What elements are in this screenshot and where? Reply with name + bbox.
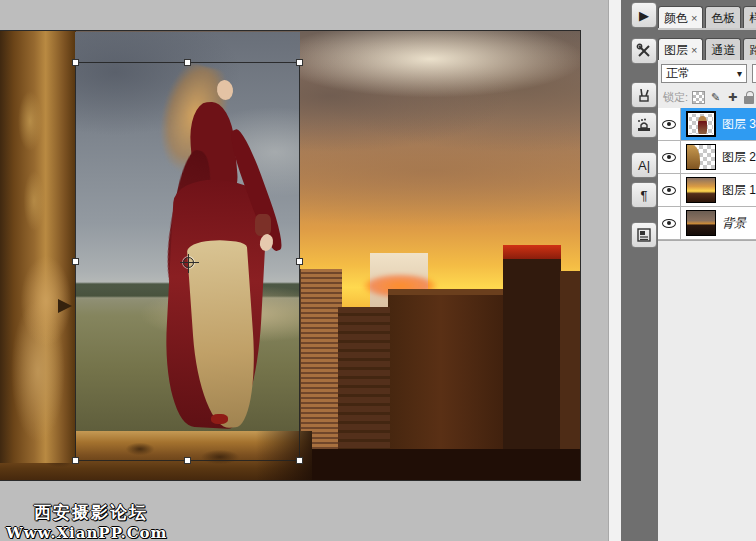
layer-thumbnail-woman[interactable]	[686, 111, 716, 137]
gargoyle-beak	[58, 299, 72, 313]
opacity-field-clipped	[752, 64, 756, 83]
play-icon: ▶	[639, 8, 649, 23]
panel-column: 颜色 × 色板 样 图层 × 通道	[658, 0, 756, 541]
red-top-building	[503, 245, 561, 481]
panel-dock: ▶ A| ¶	[621, 0, 756, 541]
transform-handle-top-right[interactable]	[296, 59, 303, 66]
blend-mode-select[interactable]: 正常 ▾	[661, 64, 747, 83]
character-A-icon: A|	[638, 158, 650, 173]
photoshop-workspace: 西安摄影论坛 Www.XianPP.Com ▶	[0, 0, 756, 541]
close-icon[interactable]: ×	[691, 12, 697, 24]
clone-source-panel-button[interactable]	[631, 112, 657, 138]
layer-comps-icon	[636, 227, 652, 243]
tab-layers-label: 图层	[664, 42, 688, 59]
thumb-sunset-city	[687, 178, 715, 202]
color-panel-tabbar: 颜色 × 色板 样	[658, 2, 756, 28]
layer-list: 图层 3 图层 2	[658, 108, 756, 240]
layers-panel-tabbar: 图层 × 通道 路	[658, 34, 756, 60]
eye-icon[interactable]	[662, 219, 676, 228]
thumb-woman-figure	[698, 116, 707, 134]
gothic-column-gargoyle	[0, 31, 76, 463]
tab-swatches-label: 色板	[711, 10, 735, 27]
visibility-cell[interactable]	[658, 207, 681, 239]
transform-handle-top-center[interactable]	[184, 59, 191, 66]
thumb-arch-shape	[687, 145, 700, 170]
layer-row-background[interactable]: 背景	[658, 207, 756, 240]
free-transform-box[interactable]	[75, 62, 300, 461]
layer-row-1[interactable]: 图层 1	[658, 174, 756, 207]
lock-image-pixels-icon[interactable]: ✎	[709, 91, 722, 104]
layer-thumbnail-sunset[interactable]	[686, 177, 716, 203]
transform-handle-middle-right[interactable]	[296, 258, 303, 265]
tab-paths-partial[interactable]: 路	[743, 38, 756, 60]
pilcrow-icon: ¶	[641, 188, 648, 203]
layer-row-2[interactable]: 图层 2	[658, 141, 756, 174]
visibility-cell[interactable]	[658, 141, 681, 173]
visibility-cell[interactable]	[658, 174, 681, 206]
brushes-panel-button[interactable]	[631, 82, 657, 108]
clone-stamp-icon	[636, 117, 652, 133]
lock-all-icon[interactable]	[744, 96, 754, 104]
close-icon[interactable]: ×	[691, 44, 697, 56]
layer-name[interactable]: 图层 2	[722, 149, 756, 166]
tab-layers[interactable]: 图层 ×	[658, 38, 703, 60]
blend-mode-row: 正常 ▾	[658, 60, 756, 87]
tab-styles-partial[interactable]: 样	[743, 6, 756, 28]
tab-styles-label: 样	[749, 10, 756, 27]
blend-mode-value: 正常	[666, 65, 690, 82]
tab-channels[interactable]: 通道	[705, 38, 741, 60]
layer-name[interactable]: 图层 1	[722, 182, 756, 199]
transform-handle-bottom-right[interactable]	[296, 457, 303, 464]
thumb-dark-city	[687, 211, 715, 235]
paragraph-panel-button[interactable]: ¶	[631, 182, 657, 208]
layer-row-3[interactable]: 图层 3	[658, 108, 756, 141]
layer-comps-panel-button[interactable]	[631, 222, 657, 248]
watermark: 西安摄影论坛 Www.XianPP.Com	[6, 501, 167, 541]
visibility-cell[interactable]	[658, 108, 681, 140]
lock-row: 锁定: ✎ ✚	[658, 87, 756, 108]
tab-color-label: 颜色	[664, 10, 688, 27]
eye-icon[interactable]	[662, 153, 676, 162]
eye-icon[interactable]	[662, 186, 676, 195]
canvas-vertical-scrollbar[interactable]	[608, 0, 621, 541]
layer-thumbnail-arch[interactable]	[686, 144, 716, 170]
transform-handle-bottom-center[interactable]	[184, 457, 191, 464]
layer-panel-empty-area	[658, 240, 756, 541]
character-panel-button[interactable]: A|	[631, 152, 657, 178]
lock-position-icon[interactable]: ✚	[726, 91, 739, 104]
transform-handle-middle-left[interactable]	[72, 258, 79, 265]
tool-presets-panel-button[interactable]	[631, 38, 657, 64]
lock-label: 锁定:	[663, 90, 688, 105]
color-panel-edge	[658, 28, 756, 30]
transform-reference-point[interactable]	[183, 257, 194, 268]
transform-handle-top-left[interactable]	[72, 59, 79, 66]
eye-icon[interactable]	[662, 120, 676, 129]
tab-color[interactable]: 颜色 ×	[658, 6, 703, 28]
lock-transparent-pixels-icon[interactable]	[692, 91, 705, 104]
document-canvas[interactable]	[0, 30, 581, 481]
layer-name[interactable]: 图层 3	[722, 116, 756, 133]
watermark-line2: Www.XianPP.Com	[6, 524, 167, 541]
chevron-down-icon: ▾	[737, 68, 742, 79]
tab-paths-label: 路	[749, 42, 756, 59]
tab-channels-label: 通道	[711, 42, 735, 59]
wrench-screwdriver-icon	[636, 43, 652, 59]
layer-name[interactable]: 背景	[722, 215, 746, 232]
layer-thumbnail-background[interactable]	[686, 210, 716, 236]
brush-cup-icon	[636, 87, 652, 103]
watermark-line1: 西安摄影论坛	[34, 501, 167, 524]
city-bottom-shadow	[296, 449, 580, 481]
actions-panel-button[interactable]: ▶	[631, 2, 657, 28]
transform-handle-bottom-left[interactable]	[72, 457, 79, 464]
tab-swatches[interactable]: 色板	[705, 6, 741, 28]
